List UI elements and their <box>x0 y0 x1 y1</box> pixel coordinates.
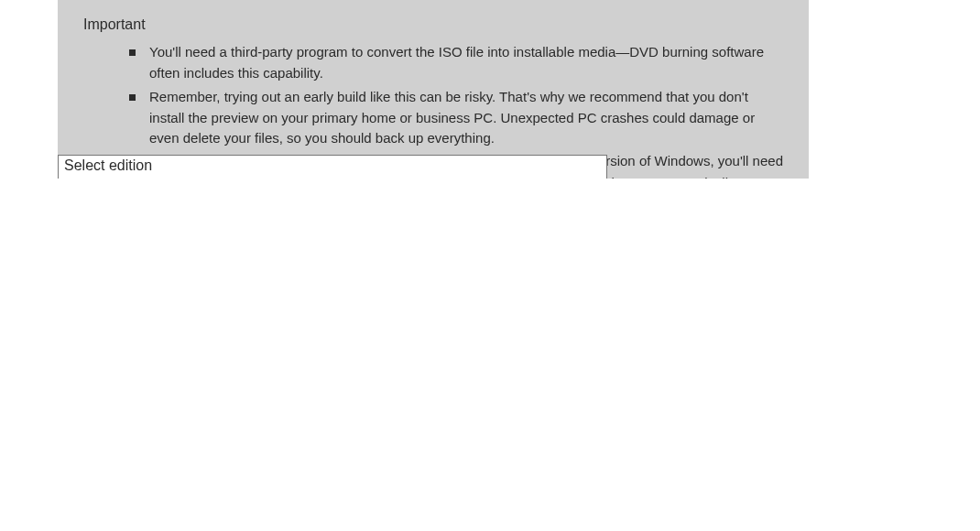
dropdown-placeholder[interactable]: Select edition <box>59 156 606 176</box>
important-bullet: Remember, trying out an early build like… <box>129 87 783 149</box>
info-panel: Important You'll need a third-party prog… <box>58 0 809 179</box>
edition-dropdown-list[interactable]: Select edition Build 16296 Windows 10 In… <box>58 155 607 179</box>
important-list: You'll need a third-party program to con… <box>129 42 783 149</box>
important-bullet: You'll need a third-party program to con… <box>129 42 783 83</box>
important-heading: Important <box>83 16 783 33</box>
dropdown-group-label: Build 16296 <box>59 176 606 179</box>
